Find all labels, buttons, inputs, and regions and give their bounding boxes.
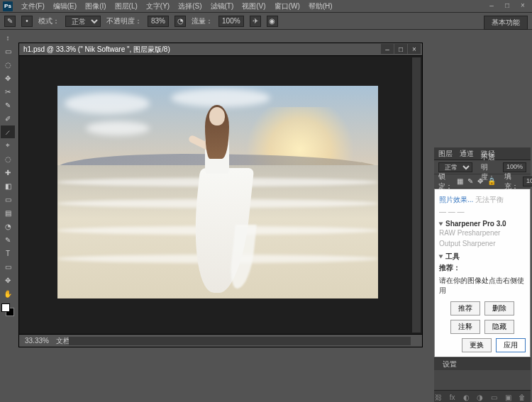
blend-mode-select[interactable]: 正常 xyxy=(65,16,101,27)
hide-button[interactable]: 隐藏 xyxy=(484,320,514,334)
tab-layers[interactable]: 图层 xyxy=(438,149,453,159)
mask-icon[interactable]: ◐ xyxy=(462,393,470,401)
tools-section[interactable]: 工具 xyxy=(445,252,460,262)
opacity-label: 不透明度： xyxy=(106,16,142,26)
suggest-text: 请在你的图像处点击右侧使用 xyxy=(439,274,526,297)
menu-edit[interactable]: 编辑(E) xyxy=(49,1,81,11)
adjustment-icon[interactable]: ◑ xyxy=(476,393,484,401)
doc-maximize-button[interactable]: □ xyxy=(394,44,407,54)
canvas[interactable] xyxy=(57,86,378,298)
brush-size-dropdown[interactable]: • xyxy=(21,16,33,27)
zoom-readout[interactable]: 33.33% xyxy=(25,337,49,345)
menu-select[interactable]: 选择(S) xyxy=(174,1,206,11)
options-bar: ✎ • 模式： 正常 不透明度： 83% ◔ 流量： 100% ✈ ◉ xyxy=(0,13,532,30)
menu-type[interactable]: 文字(Y) xyxy=(142,1,174,11)
pressure-opacity-icon[interactable]: ◔ xyxy=(174,16,186,27)
pressure-size-icon[interactable]: ◉ xyxy=(267,16,278,27)
document-title: h1.psd @ 33.3% (" Nik Software ", 图层蒙版/8… xyxy=(23,45,170,55)
airbrush-icon[interactable]: ✈ xyxy=(250,16,261,27)
vertical-scrollbar[interactable] xyxy=(412,57,421,333)
menu-window[interactable]: 窗口(W) xyxy=(270,1,304,11)
layer-blend-select[interactable]: 正常 xyxy=(438,162,472,172)
type-tool[interactable]: ✎ xyxy=(1,233,15,246)
maximize-button[interactable]: □ xyxy=(499,0,515,10)
lock-label: 锁定： xyxy=(438,172,453,191)
brush-tool[interactable]: ⟋ xyxy=(1,125,15,138)
photo-effects-link[interactable]: 照片效果... xyxy=(439,196,473,203)
lock-position-icon[interactable]: ✥ xyxy=(477,177,483,185)
color-swatch[interactable] xyxy=(1,303,14,316)
lasso-tool[interactable]: ✥ xyxy=(1,72,15,84)
marquee-tool[interactable]: ◌ xyxy=(1,58,15,71)
history-brush-tool[interactable]: ◌ xyxy=(1,152,15,165)
blur-tool[interactable]: ▭ xyxy=(1,193,15,206)
trash-icon[interactable]: 🗑 xyxy=(518,393,526,401)
handle-icon[interactable]: ↕ xyxy=(1,31,15,44)
stamp-tool[interactable]: ⌖ xyxy=(1,139,15,152)
recommend-button[interactable]: 推荐 xyxy=(450,301,480,316)
lock-transparency-icon[interactable]: ▦ xyxy=(457,177,463,185)
close-button[interactable]: × xyxy=(515,0,531,10)
apply-button[interactable]: 应用 xyxy=(496,338,526,352)
tool-panel: ↕ ▭ ◌ ✥ ✂ ✎ ✐ ⟋ ⌖ ◌ ✚ ◧ ▭ ▤ ◔ ✎ T ▭ ✥ ✋ xyxy=(0,30,16,316)
menu-layer[interactable]: 图层(L) xyxy=(111,1,142,11)
mode-label: 模式： xyxy=(38,16,60,26)
shape-tool[interactable]: ▭ xyxy=(1,260,15,273)
sharpener-section[interactable]: Sharpener Pro 3.0 xyxy=(445,220,506,228)
flow-label: 流量： xyxy=(192,16,213,26)
opacity-value[interactable]: 83% xyxy=(148,16,169,27)
crop-tool[interactable]: ✂ xyxy=(1,85,15,98)
link-layers-icon[interactable]: ⛓ xyxy=(434,393,443,401)
app-logo: Ps xyxy=(3,1,13,11)
menu-file[interactable]: 文件(F) xyxy=(17,1,49,11)
menu-help[interactable]: 帮助(H) xyxy=(304,1,337,11)
doc-close-button[interactable]: × xyxy=(408,44,421,54)
eraser-tool[interactable]: ✚ xyxy=(1,166,15,179)
layer-panel-footer: ⛓ fx ◐ ◑ ▭ ▣ 🗑 xyxy=(434,390,531,402)
window-controls: – □ × xyxy=(484,0,531,10)
menu-image[interactable]: 图像(I) xyxy=(81,1,110,11)
fx-icon[interactable]: fx xyxy=(448,393,457,401)
layer-opacity-value[interactable]: 100% xyxy=(503,162,526,172)
fill-label: 填充： xyxy=(504,172,519,191)
brush-preset-icon[interactable]: ✎ xyxy=(4,16,16,27)
delete-button[interactable]: 删除 xyxy=(484,301,514,316)
group-icon[interactable]: ▭ xyxy=(490,393,499,401)
doc-minimize-button[interactable]: – xyxy=(381,44,394,54)
pen-tool[interactable]: ◔ xyxy=(1,220,15,233)
document-window: h1.psd @ 33.3% (" Nik Software ", 图层蒙版/8… xyxy=(18,43,423,347)
menu-view[interactable]: 视图(V) xyxy=(238,1,270,11)
right-panel-stack: 图层 通道 路径 正常 不透明度： 100% 锁定： ▦ ✎ ✥ 🔒 填充： 1… xyxy=(433,30,532,402)
gradient-tool[interactable]: ◧ xyxy=(1,179,15,192)
move-tool[interactable]: ▭ xyxy=(1,45,15,57)
menu-filter[interactable]: 滤镜(T) xyxy=(206,1,238,11)
workspace-switcher[interactable]: 基本功能 xyxy=(484,16,528,30)
fill-value[interactable]: 100% xyxy=(523,177,532,186)
nik-plugin-panel: 照片效果... 无法平衡 — — — Sharpener Pro 3.0 RAW… xyxy=(434,189,531,357)
healing-tool[interactable]: ✐ xyxy=(1,112,15,125)
minimize-button[interactable]: – xyxy=(484,0,499,10)
menu-bar: Ps 文件(F) 编辑(E) 图像(I) 图层(L) 文字(Y) 选择(S) 滤… xyxy=(0,0,532,13)
horizontal-scrollbar[interactable] xyxy=(69,337,411,345)
replace-button[interactable]: 更换 xyxy=(462,338,492,352)
hand-tool[interactable]: ✥ xyxy=(1,274,15,286)
raw-presharpener-item[interactable]: RAW Presharpener xyxy=(439,228,526,238)
photo-subject xyxy=(184,107,248,293)
document-titlebar[interactable]: h1.psd @ 33.3% (" Nik Software ", 图层蒙版/8… xyxy=(19,43,422,56)
eyedropper-tool[interactable]: ✎ xyxy=(1,99,15,111)
lock-pixels-icon[interactable]: ✎ xyxy=(467,177,473,185)
settings-link[interactable]: 设置 xyxy=(443,359,457,369)
comment-button[interactable]: 注释 xyxy=(450,320,480,334)
lock-all-icon[interactable]: 🔒 xyxy=(487,177,496,185)
dodge-tool[interactable]: ▤ xyxy=(1,206,15,219)
new-layer-icon[interactable]: ▣ xyxy=(504,393,513,401)
flow-value[interactable]: 100% xyxy=(218,16,244,27)
zoom-tool[interactable]: ✋ xyxy=(1,287,15,300)
output-sharpener-item[interactable]: Output Sharpener xyxy=(439,238,526,249)
path-select-tool[interactable]: T xyxy=(1,247,15,259)
tab-channels[interactable]: 通道 xyxy=(460,149,474,159)
